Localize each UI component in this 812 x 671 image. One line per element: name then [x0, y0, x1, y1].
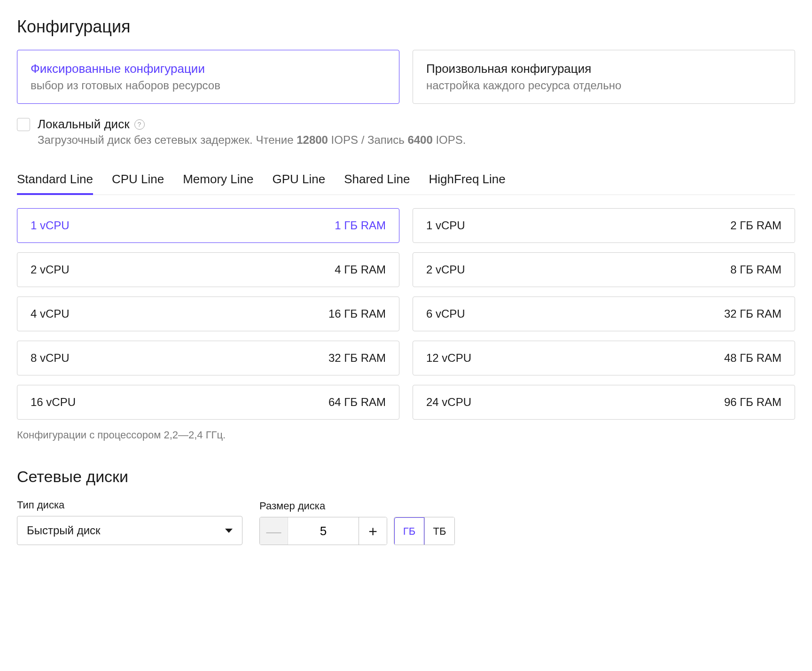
- flavor-card[interactable]: 2 vCPU 8 ГБ RAM: [413, 252, 795, 287]
- disk-controls: Тип диска Быстрый диск Размер диска — + …: [17, 499, 795, 545]
- flavor-cpu: 8 vCPU: [31, 351, 70, 365]
- flavor-card[interactable]: 4 vCPU 16 ГБ RAM: [17, 296, 399, 331]
- tab-highfreq-line[interactable]: HighFreq Line: [429, 165, 505, 195]
- flavor-card[interactable]: 8 vCPU 32 ГБ RAM: [17, 341, 399, 375]
- flavor-ram: 32 ГБ RAM: [724, 307, 781, 320]
- flavor-ram: 8 ГБ RAM: [730, 263, 781, 276]
- size-unit-toggle: ГБ ТБ: [394, 517, 455, 545]
- tab-standard-line[interactable]: Standard Line: [17, 165, 93, 195]
- config-type-selector: Фиксированные конфигурации выбор из гото…: [17, 50, 795, 104]
- flavor-card[interactable]: 2 vCPU 4 ГБ RAM: [17, 252, 399, 287]
- disk-type-select[interactable]: Быстрый диск: [17, 516, 242, 545]
- line-tabs: Standard Line CPU Line Memory Line GPU L…: [17, 165, 795, 195]
- disk-size-stepper: — +: [259, 517, 387, 545]
- help-icon[interactable]: ?: [134, 119, 145, 130]
- flavor-cpu: 12 vCPU: [426, 351, 471, 365]
- tab-memory-line[interactable]: Memory Line: [183, 165, 253, 195]
- local-disk-checkbox[interactable]: [17, 118, 30, 131]
- flavor-ram: 4 ГБ RAM: [335, 263, 386, 276]
- config-type-fixed[interactable]: Фиксированные конфигурации выбор из гото…: [17, 50, 399, 104]
- config-type-title: Фиксированные конфигурации: [31, 62, 386, 76]
- chevron-down-icon: [225, 529, 233, 533]
- flavor-note: Конфигурации с процессором 2,2—2,4 ГГц.: [17, 429, 795, 441]
- flavor-ram: 64 ГБ RAM: [328, 396, 386, 409]
- stepper-minus-button[interactable]: —: [260, 517, 288, 545]
- unit-tb-button[interactable]: ТБ: [424, 517, 454, 545]
- flavor-card[interactable]: 1 vCPU 2 ГБ RAM: [413, 208, 795, 243]
- flavor-card[interactable]: 6 vCPU 32 ГБ RAM: [413, 296, 795, 331]
- config-type-subtitle: настройка каждого ресурса отдельно: [426, 79, 781, 92]
- disk-type-label: Тип диска: [17, 499, 242, 511]
- flavor-cpu: 1 vCPU: [31, 219, 70, 232]
- flavor-cpu: 1 vCPU: [426, 219, 465, 232]
- disk-size-input[interactable]: [288, 517, 359, 545]
- flavor-ram: 48 ГБ RAM: [724, 351, 781, 365]
- flavor-cpu: 2 vCPU: [426, 263, 465, 276]
- flavor-ram: 16 ГБ RAM: [328, 307, 386, 320]
- flavor-ram: 32 ГБ RAM: [328, 351, 386, 365]
- local-disk-description: Загрузочный диск без сетевых задержек. Ч…: [38, 133, 795, 147]
- flavor-ram: 1 ГБ RAM: [335, 219, 386, 232]
- network-disks-title: Сетевые диски: [17, 468, 795, 486]
- disk-size-label: Размер диска: [259, 500, 455, 512]
- tab-shared-line[interactable]: Shared Line: [344, 165, 410, 195]
- tab-cpu-line[interactable]: CPU Line: [112, 165, 164, 195]
- flavor-cpu: 2 vCPU: [31, 263, 70, 276]
- flavor-card[interactable]: 12 vCPU 48 ГБ RAM: [413, 341, 795, 375]
- flavor-cpu: 4 vCPU: [31, 307, 70, 320]
- flavor-card[interactable]: 24 vCPU 96 ГБ RAM: [413, 385, 795, 420]
- flavor-ram: 96 ГБ RAM: [724, 396, 781, 409]
- unit-gb-button[interactable]: ГБ: [394, 517, 424, 545]
- flavor-cpu: 6 vCPU: [426, 307, 465, 320]
- stepper-plus-button[interactable]: +: [359, 517, 387, 545]
- disk-type-value: Быстрый диск: [27, 524, 101, 537]
- config-type-custom[interactable]: Произвольная конфигурация настройка кажд…: [413, 50, 795, 104]
- flavor-cpu: 16 vCPU: [31, 396, 76, 409]
- tab-gpu-line[interactable]: GPU Line: [272, 165, 325, 195]
- flavor-card[interactable]: 16 vCPU 64 ГБ RAM: [17, 385, 399, 420]
- flavor-card[interactable]: 1 vCPU 1 ГБ RAM: [17, 208, 399, 243]
- config-type-title: Произвольная конфигурация: [426, 62, 781, 76]
- local-disk-label: Локальный диск: [38, 117, 130, 132]
- flavor-cpu: 24 vCPU: [426, 396, 471, 409]
- flavor-grid: 1 vCPU 1 ГБ RAM 1 vCPU 2 ГБ RAM 2 vCPU 4…: [17, 208, 795, 420]
- config-type-subtitle: выбор из готовых наборов ресурсов: [31, 79, 386, 92]
- local-disk-option: Локальный диск ? Загрузочный диск без се…: [17, 117, 795, 147]
- flavor-ram: 2 ГБ RAM: [730, 219, 781, 232]
- config-section-title: Конфигурация: [17, 17, 795, 37]
